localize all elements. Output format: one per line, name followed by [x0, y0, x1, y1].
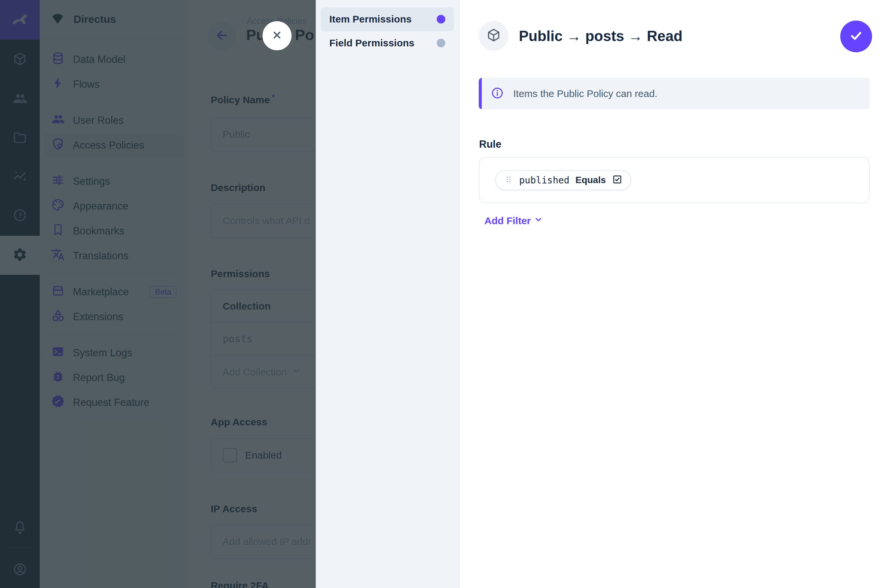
- drawer-header-avatar: [479, 21, 508, 51]
- drawer-main: Public → posts → Read Items the Public P…: [460, 0, 880, 588]
- check-icon: [848, 28, 864, 45]
- filter-chip[interactable]: published Equals: [495, 170, 631, 190]
- tab-field-permissions[interactable]: Field Permissions: [321, 31, 454, 55]
- add-filter-button[interactable]: Add Filter: [484, 214, 543, 227]
- checked-checkbox-icon[interactable]: [612, 174, 623, 186]
- notice-text: Items the Public Policy can read.: [513, 88, 657, 99]
- drawer-title: Public → posts → Read: [519, 28, 683, 44]
- notice-accent-bar: [479, 78, 482, 109]
- save-button[interactable]: [840, 21, 872, 52]
- drawer-nav-label: Item Permissions: [329, 14, 412, 25]
- status-dot-inactive: [437, 39, 445, 47]
- info-icon: [491, 86, 504, 101]
- filter-field-name[interactable]: published: [519, 175, 570, 186]
- close-drawer-button[interactable]: [262, 21, 292, 50]
- drawer-nav: Item Permissions Field Permissions: [316, 0, 460, 588]
- info-notice: Items the Public Policy can read.: [479, 78, 870, 109]
- drag-handle-icon[interactable]: [504, 175, 513, 185]
- drawer-nav-label: Field Permissions: [329, 38, 415, 49]
- directus-app: ? Directus Data Model Flows: [0, 0, 880, 588]
- rule-filter-box: published Equals: [479, 157, 870, 203]
- chevron-down-icon: [533, 214, 543, 227]
- status-dot-active: [437, 15, 445, 24]
- close-icon: [270, 28, 284, 43]
- box-icon: [486, 27, 501, 44]
- tab-item-permissions[interactable]: Item Permissions: [321, 7, 454, 31]
- add-filter-label: Add Filter: [484, 215, 531, 226]
- permissions-drawer: Item Permissions Field Permissions Publi…: [316, 0, 880, 588]
- rule-label: Rule: [479, 138, 501, 150]
- filter-operator[interactable]: Equals: [576, 175, 606, 185]
